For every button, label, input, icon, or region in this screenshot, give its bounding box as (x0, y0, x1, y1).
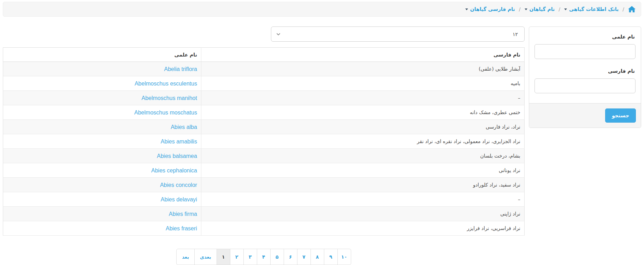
scientific-name-cell: Abies balsamea (3, 149, 201, 163)
scientific-name-link[interactable]: Abelmoschus manihot (141, 95, 197, 101)
pagination-page[interactable]: ۴ (257, 249, 270, 265)
search-panel-footer: جستجو (529, 103, 641, 128)
pagination-page[interactable]: ۳ (243, 249, 257, 265)
scientific-name-cell: Abies fraseri (3, 221, 201, 236)
main-column: ۱۲ نام فارسی نام علمی آبشار طلایی (علفی)… (3, 26, 525, 265)
persian-name-cell: نراد، نراد فارسی (201, 120, 524, 134)
table-row: نراد فراسریی، نراد فرایزرAbies fraseri (3, 221, 525, 236)
pagination-wrap: بعدبعدی۱۲۳۴۵۶۷۸۹۱۰ (3, 249, 525, 265)
scientific-name-link[interactable]: Abies alba (171, 124, 197, 130)
breadcrumb-item-label: بانک اطلاعات گیاهی (569, 6, 619, 12)
persian-name-cell: نراد فراسریی، نراد فرایزر (201, 221, 524, 236)
table-row: –Abies delavayi (3, 192, 525, 207)
scientific-name-link[interactable]: Abies fraseri (166, 225, 197, 231)
table-row: نراد الجزایری، نراد معمولی، نراد نقره ای… (3, 134, 525, 149)
persian-name-cell: – (201, 91, 524, 105)
content-area: نام علمی نام فارسی جستجو ۱۲ (3, 26, 641, 265)
search-button[interactable]: جستجو (605, 108, 636, 123)
pagination-page[interactable]: ۷ (297, 249, 311, 265)
chevron-down-icon (276, 33, 280, 36)
scientific-name-input[interactable] (534, 44, 636, 59)
persian-name-cell: نراد یونانی (201, 163, 524, 178)
scientific-name-cell: Abelia triflora (3, 62, 201, 76)
breadcrumb-item-label: نام فارسی گیاهان (470, 6, 515, 12)
page-size-select[interactable]: ۱۲ (271, 26, 525, 42)
table-row: نراد یونانیAbies cephalonica (3, 163, 525, 178)
scientific-name-cell: Abelmoschus moschatus (3, 105, 201, 120)
pagination-page[interactable]: ۲ (230, 249, 243, 265)
page-size-value: ۱۲ (513, 31, 518, 37)
table-row: بشام، درخت بلسانAbies balsamea (3, 149, 525, 163)
pagination-page[interactable]: ۶ (284, 249, 297, 265)
scientific-name-link[interactable]: Abies firma (169, 211, 197, 217)
scientific-name-link[interactable]: Abies amabilis (161, 139, 197, 145)
breadcrumb-item[interactable]: نام گیاهان (525, 6, 555, 12)
persian-name-cell: – (201, 192, 524, 207)
scientific-name-link[interactable]: Abelia triflora (164, 66, 197, 72)
search-panel-body: نام علمی نام فارسی (529, 27, 641, 103)
table-row: آبشار طلایی (علفی)Abelia triflora (3, 62, 525, 76)
scientific-name-cell: Abelmoschus manihot (3, 91, 201, 105)
scientific-name-link[interactable]: Abelmoschus esculentus (135, 81, 197, 87)
scientific-name-label: نام علمی (535, 34, 635, 40)
table-row: نراد، نراد فارسیAbies alba (3, 120, 525, 134)
page: /بانک اطلاعات گیاهی/نام گیاهان/نام فارسی… (0, 0, 644, 265)
pagination: بعدبعدی۱۲۳۴۵۶۷۸۹۱۰ (176, 249, 351, 265)
breadcrumb-item[interactable]: نام فارسی گیاهان (465, 6, 515, 12)
table-header-row: نام فارسی نام علمی (3, 48, 525, 62)
home-icon (628, 6, 636, 13)
breadcrumb-separator: / (559, 6, 560, 12)
persian-name-header: نام فارسی (201, 48, 524, 62)
scientific-name-link[interactable]: Abies cephalonica (151, 167, 197, 173)
scientific-name-link[interactable]: Abies concolor (160, 182, 197, 188)
search-panel: نام علمی نام فارسی جستجو (529, 26, 641, 128)
persian-name-cell: بشام، درخت بلسان (201, 149, 524, 163)
pagination-page[interactable]: ۹ (324, 249, 337, 265)
persian-name-cell: بامیه (201, 76, 524, 91)
plant-names-table: نام فارسی نام علمی آبشار طلایی (علفی)Abe… (3, 47, 525, 236)
breadcrumb-separator: / (622, 6, 624, 12)
scientific-name-link[interactable]: Abies delavayi (161, 196, 197, 202)
scientific-name-cell: Abies delavayi (3, 192, 201, 207)
breadcrumb-items: /بانک اطلاعات گیاهی/نام گیاهان/نام فارسی… (465, 6, 624, 12)
scientific-name-link[interactable]: Abelmoschus moschatus (134, 110, 197, 116)
pagination-page[interactable]: ۸ (311, 249, 324, 265)
scientific-name-cell: Abies cephalonica (3, 163, 201, 178)
caret-down-icon (525, 8, 527, 10)
persian-name-cell: نراد سفید، نراد کلورادو (201, 178, 524, 192)
table-row: نراد سفید، نراد کلورادوAbies concolor (3, 178, 525, 192)
table-row: نراد ژاپنیAbies firma (3, 207, 525, 221)
pagination-next-button[interactable]: بعدی (194, 249, 217, 265)
breadcrumb-home-link[interactable] (628, 6, 636, 13)
persian-name-cell: آبشار طلایی (علفی) (201, 62, 524, 76)
scientific-name-cell: Abies firma (3, 207, 201, 221)
breadcrumb: /بانک اطلاعات گیاهی/نام گیاهان/نام فارسی… (465, 6, 636, 13)
table-row: ختمی عطری، مشک دانهAbelmoschus moschatus (3, 105, 525, 120)
scientific-name-cell: Abies alba (3, 120, 201, 134)
scientific-name-cell: Abelmoschus esculentus (3, 76, 201, 91)
persian-name-input[interactable] (534, 78, 636, 93)
table-row: بامیهAbelmoschus esculentus (3, 76, 525, 91)
persian-name-cell: ختمی عطری، مشک دانه (201, 105, 524, 120)
breadcrumb-item[interactable]: بانک اطلاعات گیاهی (564, 6, 619, 12)
pagination-page[interactable]: ۵ (270, 249, 284, 265)
breadcrumb-separator: / (519, 6, 521, 12)
persian-name-label: نام فارسی (535, 68, 635, 74)
top-navbar: /بانک اطلاعات گیاهی/نام گیاهان/نام فارسی… (3, 2, 641, 17)
scientific-name-link[interactable]: Abies balsamea (157, 153, 197, 159)
breadcrumb-item-label: نام گیاهان (530, 6, 555, 12)
caret-down-icon (564, 8, 567, 10)
persian-name-cell: نراد ژاپنی (201, 207, 524, 221)
scientific-name-cell: Abies amabilis (3, 134, 201, 149)
pagination-last-button[interactable]: بعد (177, 249, 194, 265)
caret-down-icon (465, 8, 468, 10)
scientific-name-header: نام علمی (3, 48, 201, 62)
scientific-name-cell: Abies concolor (3, 178, 201, 192)
pagination-page[interactable]: ۱ (217, 249, 230, 265)
pagination-page[interactable]: ۱۰ (337, 249, 351, 265)
persian-name-cell: نراد الجزایری، نراد معمولی، نراد نقره ای… (201, 134, 524, 149)
table-row: –Abelmoschus manihot (3, 91, 525, 105)
